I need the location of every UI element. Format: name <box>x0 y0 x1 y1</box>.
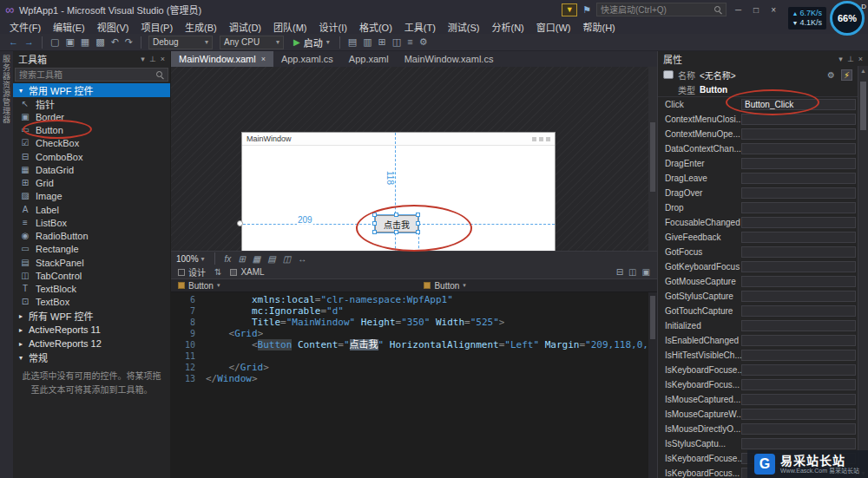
event-value-field[interactable] <box>741 158 856 169</box>
event-value-field[interactable] <box>741 350 856 361</box>
event-value-field[interactable] <box>741 409 856 420</box>
event-value-field[interactable] <box>741 438 856 449</box>
snap-spacing-icon[interactable]: ↔ <box>298 254 306 264</box>
menu-item-11[interactable]: 分析(N) <box>486 20 530 34</box>
menu-item-4[interactable]: 生成(B) <box>179 20 223 34</box>
event-value-field[interactable] <box>741 394 856 405</box>
code-line-8[interactable]: 8 Title="MainWindow" Height="350" Width=… <box>171 317 657 328</box>
toolbar-icon-1[interactable]: ▤ <box>348 37 357 47</box>
event-value-field[interactable] <box>741 423 856 435</box>
scrollbar-thumb[interactable] <box>860 82 866 130</box>
event-value-field[interactable]: Button_Click <box>741 99 856 110</box>
code-line-6[interactable]: 6 xmlns:local="clr-namespace:WpfApp1" <box>171 294 657 305</box>
properties-header[interactable]: 属性 ▾⊥× <box>658 51 868 66</box>
titlebar[interactable]: ∞ WpfApp1 - Microsoft Visual Studio (管理员… <box>0 0 868 19</box>
event-value-field[interactable] <box>741 276 856 287</box>
scrollbar-thumb[interactable] <box>650 296 655 339</box>
new-project-icon[interactable]: ▢ <box>50 37 59 47</box>
navigate-forward-icon[interactable]: → <box>24 37 34 47</box>
name-value[interactable]: <无名称> <box>700 69 736 82</box>
window-position-icon[interactable]: ▾ <box>141 55 145 63</box>
menu-item-5[interactable]: 调试(D) <box>223 20 267 34</box>
toolbox-item-Grid[interactable]: ⊞Grid <box>13 177 170 190</box>
event-value-field[interactable] <box>741 305 856 317</box>
menu-item-10[interactable]: 测试(S) <box>442 20 486 34</box>
toolbar-icon-5[interactable]: ≡ <box>407 37 412 47</box>
feedback-flag-icon[interactable]: ⚑ <box>582 4 591 16</box>
doc-tab-MainWindow.xaml[interactable]: MainWindow.xaml× <box>171 51 273 67</box>
code-line-11[interactable]: 11 <box>171 350 657 362</box>
menu-item-0[interactable]: 文件(F) <box>3 20 47 34</box>
start-debugging-button[interactable]: ▶ 启动 ▾ <box>288 36 335 49</box>
toolbox-item-StackPanel[interactable]: ▤StackPanel <box>13 256 170 269</box>
menu-item-7[interactable]: 设计(I) <box>313 20 353 34</box>
selection-handle-bottom-right[interactable] <box>416 230 420 234</box>
design-surface[interactable]: MainWindow 209 118 点击我 <box>171 67 657 251</box>
toolbox-item-指针[interactable]: ↖指针 <box>13 97 170 110</box>
close-icon[interactable]: × <box>161 55 165 63</box>
scrollbar-thumb[interactable] <box>650 122 655 192</box>
menu-item-9[interactable]: 工具(T) <box>398 20 442 34</box>
toolbox-section-collapsed-0[interactable]: ▸所有 WPF 控件 <box>13 309 170 323</box>
selection-handle-bottom[interactable] <box>394 230 398 234</box>
toolbox-item-ListBox[interactable]: ≡ListBox <box>13 216 170 229</box>
doc-tab-App.xaml[interactable]: App.xaml <box>341 51 397 67</box>
undo-icon[interactable]: ↶ <box>111 37 119 47</box>
effects-icon[interactable]: fx <box>225 254 232 264</box>
toolbox-item-Button[interactable]: ▭Button <box>13 124 170 137</box>
menu-item-3[interactable]: 项目(P) <box>135 20 179 34</box>
menu-item-13[interactable]: 帮助(H) <box>577 20 621 34</box>
event-value-field[interactable] <box>741 261 856 272</box>
pin-icon[interactable]: ⊥ <box>149 55 156 63</box>
event-value-field[interactable] <box>741 173 856 184</box>
toolbox-item-Label[interactable]: ALabel <box>13 203 170 216</box>
properties-scrollbar[interactable]: ▲ ▼ <box>858 66 868 478</box>
event-value-field[interactable] <box>741 379 856 390</box>
event-value-field[interactable] <box>741 128 856 140</box>
toolbox-search-box[interactable] <box>15 68 168 82</box>
window-position-icon[interactable]: ▾ <box>838 55 843 63</box>
events-view-icon[interactable]: ⚡ <box>841 69 852 81</box>
code-line-10[interactable]: 10 <Button Content="点击我" HorizontalAlign… <box>171 339 657 350</box>
quick-launch-search[interactable] <box>596 3 727 16</box>
event-value-field[interactable] <box>741 335 856 346</box>
selection-handle-top[interactable] <box>394 213 398 217</box>
event-value-field[interactable] <box>741 364 856 376</box>
vertical-split-icon[interactable]: ◫ <box>628 267 636 277</box>
breadcrumb-element-right[interactable]: Button ▾ <box>424 281 465 291</box>
selection-handle-right[interactable] <box>416 221 420 226</box>
snaplines-icon[interactable]: ▦ <box>253 254 260 264</box>
scroll-up-icon[interactable]: ▲ <box>858 68 868 74</box>
toolbox-item-TabControl[interactable]: ◫TabControl <box>13 269 170 282</box>
swap-panes-icon[interactable]: ⇅ <box>213 267 223 277</box>
event-value-field[interactable] <box>741 202 856 213</box>
toolbox-item-Rectangle[interactable]: ▭Rectangle <box>13 243 170 256</box>
horizontal-split-icon[interactable]: ⊟ <box>616 267 623 277</box>
toolbox-item-DataGrid[interactable]: ▦DataGrid <box>13 163 170 176</box>
minimize-button[interactable]: ─ <box>732 5 745 15</box>
save-all-icon[interactable]: ▩ <box>95 37 104 47</box>
selection-handle-bottom-left[interactable] <box>372 230 377 234</box>
close-icon[interactable]: × <box>858 55 863 63</box>
zoom-control[interactable]: 100% ▾ <box>176 254 205 264</box>
navigate-backward-icon[interactable]: ← <box>9 37 18 47</box>
event-value-field[interactable] <box>741 232 856 243</box>
editor-scrollbar[interactable] <box>648 292 657 478</box>
toolbox-item-ComboBox[interactable]: ⊟ComboBox <box>13 150 170 163</box>
toolbox-header[interactable]: 工具箱 ▾⊥× <box>13 51 170 66</box>
snap-grid-icon[interactable]: ▤ <box>267 254 275 264</box>
toolbar-icon-2[interactable]: ▥ <box>363 37 372 47</box>
toolbox-item-Image[interactable]: ▨Image <box>13 190 170 203</box>
toolbox-search-input[interactable] <box>19 70 153 80</box>
design-window[interactable]: MainWindow <box>241 132 556 251</box>
doc-tab-App.xaml.cs[interactable]: App.xaml.cs <box>273 51 341 67</box>
solution-platform-dropdown[interactable]: Any CPU ▾ <box>220 36 284 49</box>
event-value-field[interactable] <box>741 291 856 302</box>
toolbox-item-TextBox[interactable]: ⊡TextBox <box>13 296 170 309</box>
annotations-icon[interactable]: ◫ <box>283 254 291 264</box>
toolbox-section-general[interactable]: ▾ 常规 <box>13 350 170 364</box>
open-file-icon[interactable]: ▣ <box>65 37 74 47</box>
menu-item-8[interactable]: 格式(O) <box>353 20 398 34</box>
code-line-9[interactable]: 9 <Grid> <box>171 328 657 339</box>
filter-icon[interactable]: ▼ <box>562 3 577 16</box>
